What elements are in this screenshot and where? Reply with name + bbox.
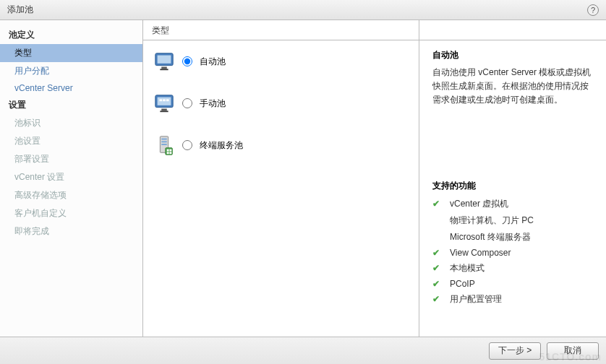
sidebar-item-storage: 高级存储选项	[0, 186, 142, 204]
content-header: 类型	[143, 20, 419, 40]
info-title: 自动池	[432, 49, 593, 61]
sidebar-item-vcenter-server[interactable]: vCenter Server	[0, 80, 142, 96]
options-group: 自动池 手动池 终端服务池	[143, 40, 419, 186]
check-icon: ✔	[432, 199, 443, 209]
sidebar-item-vcenter-settings: vCenter 设置	[0, 168, 142, 186]
feature-label: View Composer	[450, 248, 511, 258]
features-title: 支持的功能	[432, 180, 593, 192]
feature-label: PCoIP	[450, 279, 475, 289]
feature-item: ✔vCenter 虚拟机	[432, 198, 593, 210]
svg-rect-7	[163, 99, 166, 101]
info-description: 自动池使用 vCenter Server 模板或虚拟机快照生成新桌面。在根据池的…	[432, 66, 593, 108]
option-terminal[interactable]: 终端服务池	[153, 134, 409, 156]
svg-rect-3	[160, 69, 168, 70]
svg-rect-8	[166, 99, 169, 101]
feature-label: Microsoft 终端服务器	[450, 231, 531, 243]
sidebar-item-user-assign[interactable]: 用户分配	[0, 62, 142, 80]
window-title: 添加池	[7, 4, 33, 16]
svg-rect-10	[160, 110, 168, 112]
server-terminal-icon	[153, 134, 175, 156]
svg-rect-12	[161, 139, 167, 140]
feature-item: ✔Microsoft 终端服务器	[432, 231, 593, 243]
svg-rect-9	[161, 109, 167, 111]
help-icon[interactable]: ?	[587, 4, 599, 16]
feature-item: ✔用户配置管理	[432, 293, 593, 306]
check-icon: ✔	[432, 279, 443, 289]
svg-rect-14	[161, 144, 167, 145]
info-body: 自动池 自动池使用 vCenter Server 模板或虚拟机快照生成新桌面。在…	[419, 40, 606, 318]
svg-rect-6	[159, 99, 162, 101]
option-manual[interactable]: 手动池	[153, 92, 409, 114]
option-auto-label: 自动池	[200, 56, 226, 68]
feature-label: vCenter 虚拟机	[450, 198, 508, 210]
feature-item: ✔View Composer	[432, 248, 593, 258]
feature-label: 本地模式	[450, 262, 485, 274]
radio-auto[interactable]	[182, 56, 192, 66]
sidebar-item-pool-id: 池标识	[0, 114, 142, 132]
option-manual-label: 手动池	[200, 98, 226, 110]
sidebar-item-ready: 即将完成	[0, 222, 142, 240]
radio-manual[interactable]	[182, 98, 192, 108]
sidebar-item-pool-settings: 池设置	[0, 132, 142, 150]
svg-rect-19	[170, 152, 172, 154]
feature-item: ✔物理计算机、刀片 PC	[432, 214, 593, 227]
check-icon: ✔	[432, 294, 443, 304]
main: 池定义 类型 用户分配 vCenter Server 设置 池标识 池设置 部署…	[0, 20, 606, 337]
titlebar: 添加池 ?	[0, 0, 606, 20]
radio-terminal[interactable]	[182, 140, 192, 150]
content-header-right	[419, 20, 606, 40]
svg-rect-2	[161, 67, 167, 69]
feature-label: 物理计算机、刀片 PC	[450, 214, 534, 227]
footer: 下一步 > 取消	[0, 337, 606, 364]
monitor-manual-icon	[153, 92, 175, 114]
cancel-button[interactable]: 取消	[547, 342, 599, 360]
feature-item: ✔PCoIP	[432, 279, 593, 289]
panel-left: 类型 自动池 手动池	[143, 20, 419, 337]
sidebar-item-guest-custom: 客户机自定义	[0, 204, 142, 222]
svg-rect-16	[167, 150, 169, 152]
option-terminal-label: 终端服务池	[200, 139, 243, 152]
option-auto[interactable]: 自动池	[153, 51, 409, 72]
feature-item: ✔本地模式	[432, 262, 593, 274]
check-icon: ✔	[432, 263, 443, 273]
sidebar-item-deploy-settings: 部署设置	[0, 150, 142, 168]
svg-rect-17	[170, 150, 172, 152]
sidebar-heading-pool-def: 池定义	[0, 26, 142, 44]
panel-right: 自动池 自动池使用 vCenter Server 模板或虚拟机快照生成新桌面。在…	[419, 20, 606, 337]
svg-rect-18	[167, 152, 169, 154]
sidebar-item-type[interactable]: 类型	[0, 44, 142, 62]
sidebar: 池定义 类型 用户分配 vCenter Server 设置 池标识 池设置 部署…	[0, 20, 143, 337]
feature-label: 用户配置管理	[450, 293, 502, 306]
svg-rect-1	[158, 56, 171, 64]
check-icon: ✔	[432, 248, 443, 258]
monitor-auto-icon	[153, 51, 175, 72]
sidebar-heading-settings: 设置	[0, 96, 142, 114]
next-button[interactable]: 下一步 >	[489, 342, 541, 360]
content: 类型 自动池 手动池	[143, 20, 606, 337]
svg-rect-13	[161, 141, 167, 142]
